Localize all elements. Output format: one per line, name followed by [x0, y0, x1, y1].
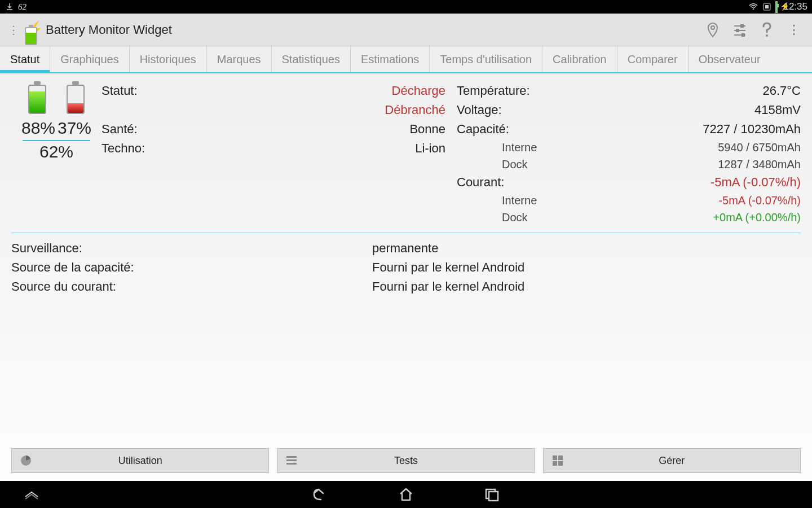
status-left-text: 62	[18, 2, 27, 12]
usage-button-label: Utilisation	[118, 455, 162, 467]
tab-observateur[interactable]: Observateur	[689, 46, 771, 72]
voltage-label: Voltage:	[457, 100, 502, 120]
temperature-label: Température:	[457, 81, 530, 100]
battery-dock-icon	[62, 81, 89, 115]
svg-rect-12	[286, 456, 297, 458]
grid-icon	[551, 454, 564, 467]
svg-rect-13	[286, 459, 297, 461]
current-value: -5mA (-0.07%/h)	[710, 173, 801, 192]
status-value: Décharge	[392, 81, 445, 100]
battery-charging-icon: ⚡	[775, 2, 778, 12]
capacity-value: 7227 / 10230mAh	[703, 120, 801, 139]
svg-rect-7	[736, 29, 739, 32]
android-status-bar: 62 ⚡ 12:35	[0, 0, 812, 14]
overflow-menu-button[interactable]: ⋮	[780, 16, 807, 43]
temperature-value: 26.7°C	[762, 81, 801, 100]
wifi-icon	[748, 2, 758, 12]
svg-rect-18	[558, 461, 563, 466]
tab-estimations[interactable]: Estimations	[351, 46, 430, 72]
tab-statut[interactable]: Statut	[0, 46, 50, 72]
current-internal-value: -5mA (-0.07%/h)	[718, 192, 801, 209]
capacity-source-label: Source de la capacité:	[11, 258, 372, 277]
capacity-internal-label: Interne	[457, 139, 537, 156]
location-button[interactable]	[699, 16, 726, 43]
pie-chart-icon	[20, 454, 32, 467]
capacity-label: Capacité:	[457, 120, 509, 139]
svg-rect-17	[553, 461, 557, 466]
battery-summary: 88% 37% 62%	[11, 81, 102, 226]
section-divider	[11, 233, 801, 233]
sim-icon	[762, 2, 772, 12]
techno-value: Li-ion	[415, 139, 445, 158]
current-dock-value: +0mA (+0.00%/h)	[713, 209, 801, 226]
svg-rect-2	[765, 5, 769, 8]
capacity-internal-value: 5940 / 6750mAh	[718, 139, 801, 156]
drawer-handle-icon[interactable]: ⋮	[5, 23, 23, 37]
manage-button[interactable]: Gérer	[543, 448, 801, 473]
svg-point-0	[753, 8, 754, 10]
current-source-value: Fourni par le kernel Android	[372, 277, 524, 296]
usage-button[interactable]: Utilisation	[11, 448, 269, 473]
tab-calibration[interactable]: Calibration	[542, 46, 617, 72]
tab-bar: Statut Graphiques Historiques Marques St…	[0, 46, 812, 73]
svg-rect-5	[740, 24, 744, 28]
voltage-value: 4158mV	[754, 100, 801, 120]
tests-button[interactable]: Tests	[277, 448, 535, 473]
recent-apps-button[interactable]	[483, 485, 501, 503]
app-title: Battery Monitor Widget	[46, 23, 172, 37]
capacity-dock-value: 1287 / 3480mAh	[718, 156, 801, 173]
current-source-label: Source du courant:	[11, 277, 372, 296]
svg-rect-14	[286, 463, 297, 465]
battery-internal-icon	[24, 81, 51, 115]
tab-historiques[interactable]: Historiques	[130, 46, 207, 72]
current-dock-label: Dock	[457, 209, 528, 226]
tab-comparer[interactable]: Comparer	[617, 46, 689, 72]
capacity-dock-label: Dock	[457, 156, 528, 173]
techno-label: Techno:	[102, 139, 145, 158]
svg-rect-16	[558, 456, 563, 460]
surveillance-label: Surveillance:	[11, 239, 372, 258]
battery-pct-total: 62%	[11, 142, 102, 161]
tests-button-label: Tests	[394, 455, 418, 467]
svg-rect-20	[489, 492, 498, 501]
status-value-2: Débranché	[385, 100, 445, 120]
help-button[interactable]	[753, 16, 780, 43]
pct-divider	[23, 140, 90, 141]
health-label: Santé:	[102, 120, 138, 139]
settings-sliders-button[interactable]	[726, 16, 753, 43]
svg-rect-15	[553, 456, 557, 460]
android-nav-bar	[0, 481, 812, 508]
capacity-source-value: Fourni par le kernel Android	[372, 258, 524, 277]
app-bar: ⋮ ⚡ Battery Monitor Widget ⋮	[0, 14, 812, 46]
download-icon	[5, 2, 15, 12]
battery-pct-dock: 37%	[58, 119, 91, 138]
tab-marques[interactable]: Marques	[207, 46, 272, 72]
tab-temps-utilisation[interactable]: Temps d'utilisation	[430, 46, 542, 72]
manage-button-label: Gérer	[659, 455, 685, 467]
current-label: Courant:	[457, 173, 504, 192]
home-button[interactable]	[397, 485, 415, 503]
back-button[interactable]	[311, 485, 329, 503]
tab-statistiques[interactable]: Statistiques	[272, 46, 351, 72]
expand-icon[interactable]	[23, 485, 41, 503]
current-internal-label: Interne	[457, 192, 537, 209]
list-icon	[285, 454, 298, 467]
svg-point-3	[711, 26, 714, 29]
content-area: 88% 37% 62% Statut:Décharge Débranché Sa…	[0, 73, 812, 481]
status-label: Statut:	[102, 81, 138, 100]
tab-graphiques[interactable]: Graphiques	[50, 46, 129, 72]
surveillance-value: permanente	[372, 239, 438, 258]
health-value: Bonne	[409, 120, 445, 139]
svg-point-10	[766, 34, 768, 37]
battery-pct-internal: 88%	[21, 119, 55, 138]
svg-rect-9	[742, 33, 745, 37]
